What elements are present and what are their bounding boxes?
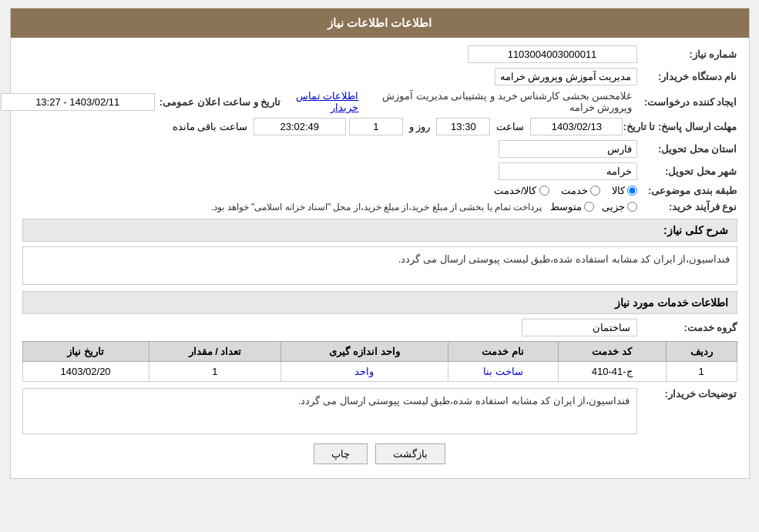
deadline-row: مهلت ارسال پاسخ: تا تاریخ: 1403/02/13 سا…	[22, 118, 737, 136]
general-desc-value: فنداسیون،از ایران کد مشابه استفاده شده،ط…	[22, 246, 737, 285]
process-partial-label: جزیی	[602, 201, 625, 212]
category-row: طبقه بندی موضوعی: کالا خدمت کالا/خدمت	[22, 185, 737, 196]
need-number-value: 1103004003000011	[468, 45, 637, 63]
col-quantity: تعداد / مقدار	[149, 342, 281, 362]
process-medium-label: متوسط	[550, 201, 582, 212]
requester-label: ایجاد کننده درخواست:	[637, 96, 737, 108]
services-section-header: اطلاعات خدمات مورد نیاز	[22, 291, 737, 314]
row-number: 1	[666, 362, 737, 382]
category-option-both[interactable]: کالا/خدمت	[494, 185, 549, 196]
service-code: ج-41-410	[558, 362, 666, 382]
days-label-static: روز و	[406, 121, 434, 132]
col-row-number: ردیف	[666, 342, 737, 362]
deadline-time-value: 13:30	[436, 118, 490, 136]
process-medium[interactable]: متوسط	[550, 201, 594, 212]
deadline-days-value: 1	[349, 118, 403, 136]
category-service-label: خدمت	[561, 185, 588, 196]
remaining-label-static: ساعت باقی مانده	[170, 121, 250, 132]
content-area: شماره نیاز: 1103004003000011 نام دستگاه …	[11, 38, 749, 478]
requester-section: ایجاد کننده درخواست: غلامحسن بخشی کارشنا…	[281, 90, 737, 113]
unit-link[interactable]: واحد	[354, 366, 374, 377]
deadline-fields: 1403/02/13 ساعت 13:30 روز و 1 23:02:49 س…	[170, 118, 623, 136]
print-button[interactable]: چاپ	[314, 443, 368, 464]
back-button[interactable]: بازگشت	[375, 443, 445, 464]
category-option-service[interactable]: خدمت	[561, 185, 600, 196]
col-service-code: کد خدمت	[558, 342, 666, 362]
buyer-org-label: نام دستگاه خریدار:	[637, 71, 737, 82]
service-name-link[interactable]: ساخت بنا	[483, 366, 523, 377]
col-date: تاریخ نیاز	[22, 342, 149, 362]
general-desc-label: شرح کلی نیاز:	[663, 224, 728, 236]
need-number-label: شماره نیاز:	[637, 49, 737, 60]
general-desc-row: فنداسیون،از ایران کد مشابه استفاده شده،ط…	[22, 246, 737, 285]
services-table: ردیف کد خدمت نام خدمت واحد اندازه گیری ت…	[22, 341, 737, 382]
process-partial[interactable]: جزیی	[602, 201, 637, 212]
service-group-value: ساختمان	[522, 319, 637, 336]
main-container: اطلاعات اطلاعات نیاز شماره نیاز: 1103004…	[10, 8, 750, 479]
process-options: جزیی متوسط پرداخت تمام یا بخشی از مبلغ خ…	[211, 201, 637, 212]
service-group-row: گروه خدمت: ساختمان	[22, 319, 737, 336]
category-radio-group: کالا خدمت کالا/خدمت	[494, 185, 637, 196]
announce-datetime-section: تاریخ و ساعت اعلان عمومی: 1403/02/11 - 1…	[22, 93, 281, 111]
deadline-label: مهلت ارسال پاسخ: تا تاریخ:	[623, 121, 737, 132]
col-service-name: نام خدمت	[448, 342, 558, 362]
province-label: استان محل تحویل:	[637, 143, 737, 155]
deadline-remaining-value: 23:02:49	[254, 118, 346, 136]
requester-value: غلامحسن بخشی کارشناس خرید و پشتیبانی مدی…	[369, 90, 632, 113]
services-section-title: اطلاعات خدمات مورد نیاز	[615, 296, 729, 309]
category-label: طبقه بندی موضوعی:	[637, 185, 737, 196]
buyer-notes-value: فنداسیون،از ایران کد مشابه استفاده شده،ط…	[22, 388, 637, 434]
buyer-org-row: نام دستگاه خریدار: مدیریت آموزش وپرورش خ…	[22, 68, 737, 85]
buyer-notes-row: توضیحات خریدار: فنداسیون،از ایران کد مشا…	[22, 388, 737, 434]
deadline-date-value: 1403/02/13	[530, 118, 623, 136]
announce-datetime-label: تاریخ و ساعت اعلان عمومی:	[160, 96, 281, 108]
city-value: خرامه	[499, 162, 637, 180]
time-label-static: ساعت	[493, 121, 527, 132]
process-note: پرداخت تمام یا بخشی از مبلغ خرید،از مبلغ…	[211, 202, 542, 212]
announce-datetime-value: 1403/02/11 - 13:27	[1, 93, 155, 111]
category-both-label: کالا/خدمت	[494, 185, 537, 196]
service-group-label: گروه خدمت:	[637, 322, 737, 333]
table-row: 1ج-41-410ساخت بناواحد11403/02/20	[22, 362, 737, 382]
buyer-org-value: مدیریت آموزش وپرورش خرامه	[495, 68, 637, 85]
col-unit: واحد اندازه گیری	[281, 342, 448, 362]
quantity: 1	[149, 362, 281, 382]
city-label: شهر محل تحویل:	[637, 166, 737, 177]
category-goods-label: کالا	[612, 185, 625, 196]
requester-contact-link[interactable]: اطلاعات تماس خریدار	[281, 90, 359, 113]
need-number-row: شماره نیاز: 1103004003000011	[22, 45, 737, 63]
process-type-label: نوع فرآیند خرید:	[637, 201, 737, 212]
page-header: اطلاعات اطلاعات نیاز	[11, 8, 749, 38]
need-date: 1403/02/20	[22, 362, 149, 382]
buyer-notes-label: توضیحات خریدار:	[637, 388, 737, 400]
action-buttons-row: بازگشت چاپ	[22, 443, 737, 464]
page-title: اطلاعات اطلاعات نیاز	[327, 16, 432, 29]
requester-datetime-row: ایجاد کننده درخواست: غلامحسن بخشی کارشنا…	[22, 90, 737, 113]
province-row: استان محل تحویل: فارس	[22, 140, 737, 158]
general-desc-section-header: شرح کلی نیاز:	[22, 219, 737, 242]
province-value: فارس	[499, 140, 637, 158]
process-type-row: نوع فرآیند خرید: جزیی متوسط پرداخت تمام …	[22, 201, 737, 212]
city-row: شهر محل تحویل: خرامه	[22, 162, 737, 180]
category-option-goods[interactable]: کالا	[612, 185, 637, 196]
